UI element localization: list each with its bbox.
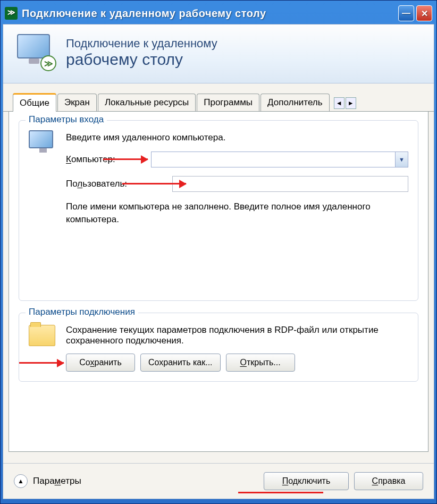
tab-scroll-left[interactable]: ◄ [334,97,344,109]
hero: ≫ Подключение к удаленному рабочему стол… [3,24,434,83]
annotation-arrow-icon [19,362,64,364]
tab-local-resources[interactable]: Локальные ресурсы [98,94,196,111]
titlebar[interactable]: Подключение к удаленному рабочему столу … [3,3,434,24]
hero-line2: рабочему столу [66,51,217,69]
computer-combo[interactable]: ▼ [151,152,408,167]
tab-page-general: Параметры входа Введите имя удаленного к… [9,112,428,452]
connect-button[interactable]: Подключить [264,472,349,490]
group-connection: Параметры подключения Сохранение текущих… [19,313,418,382]
close-button[interactable]: ✕ [416,5,432,21]
rdp-window: Подключение к удаленному рабочему столу … [0,0,437,504]
tab-advanced[interactable]: Дополнитель [260,94,330,111]
tab-display[interactable]: Экран [57,94,97,111]
user-field[interactable] [172,176,408,192]
tab-scroll-right[interactable]: ► [346,97,356,109]
client-area: ≫ Подключение к удаленному рабочему стол… [3,24,434,499]
user-label: Пользователь: [66,179,172,189]
window-title: Подключение к удаленному рабочему столу [22,7,398,20]
computer-icon [29,130,57,159]
group-login: Параметры входа Введите имя удаленного к… [19,120,418,301]
group-login-title: Параметры входа [26,114,107,125]
open-button[interactable]: Открыть... [226,354,295,372]
computer-dropdown-button[interactable]: ▼ [395,152,408,167]
save-as-button[interactable]: Сохранить как... [140,354,221,372]
options-collapse-button[interactable]: ▲ [14,474,28,488]
login-hint: Поле имени компьютера не заполнено. Введ… [66,200,408,226]
tab-general[interactable]: Общие [13,93,56,112]
tab-programs[interactable]: Программы [197,94,259,111]
folder-icon [29,323,57,351]
connection-desc: Сохранение текущих параметров подключени… [66,325,408,346]
annotation-underline-icon [238,492,323,493]
bottom-bar: ▲ Параметры Подключить Справка [3,463,434,499]
login-instruction: Введите имя удаленного компьютера. [66,132,408,143]
save-button[interactable]: Сохранить [66,354,135,372]
tabbar: Общие Экран Локальные ресурсы Программы … [3,83,434,112]
app-icon [5,7,18,20]
help-button[interactable]: Справка [354,472,423,490]
hero-icon: ≫ [14,34,56,71]
options-label: Параметры [33,476,81,486]
hero-line1: Подключение к удаленному [66,37,217,51]
computer-label: Компьютер: [66,154,151,165]
group-connection-title: Параметры подключения [26,307,138,317]
minimize-button[interactable]: — [398,5,414,21]
computer-input[interactable] [152,154,395,165]
